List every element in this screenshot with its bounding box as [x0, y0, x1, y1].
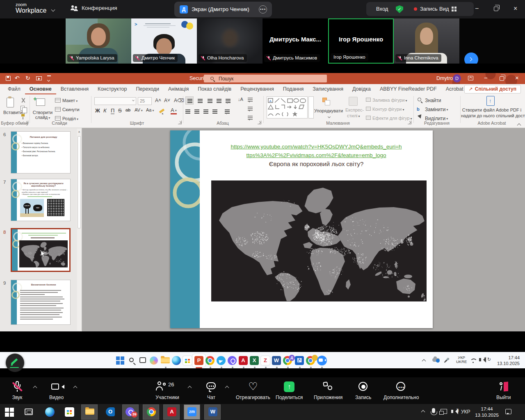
align-right-icon[interactable] — [203, 110, 208, 110]
new-slide-icon[interactable] — [36, 98, 45, 106]
excel-icon[interactable]: X — [250, 356, 259, 365]
chat-options-chevron[interactable] — [225, 386, 229, 390]
taskbar-search-icon[interactable] — [129, 358, 134, 362]
participant-tile[interactable]: > Дмитро Ченчик — [131, 18, 197, 64]
drawing-dialog-launcher[interactable] — [408, 121, 411, 124]
minimize-button[interactable]: − — [475, 5, 479, 12]
onedrive-icon[interactable] — [432, 358, 440, 362]
language-indicator[interactable]: УКР — [461, 409, 470, 415]
quick-styles-button[interactable]: Експрес- — [345, 107, 364, 112]
restore-button[interactable] — [494, 7, 498, 11]
participant-tile-active-speaker[interactable]: Ігор Ярошенко Ігор Ярошенко — [328, 18, 394, 64]
tab-transitions[interactable]: Переходи — [131, 84, 164, 94]
ppt-close-button[interactable]: × — [515, 74, 519, 81]
grow-font-button[interactable]: A˄ — [155, 98, 161, 103]
redo-icon[interactable]: ↻ — [25, 75, 30, 81]
numbering-icon[interactable] — [198, 99, 203, 100]
font-name-combo[interactable] — [94, 97, 136, 105]
start-button[interactable] — [5, 408, 14, 417]
tab-view[interactable]: Подання — [278, 84, 308, 94]
shapes-gallery[interactable]: A — [267, 96, 308, 119]
zoom-app-icon[interactable] — [317, 356, 327, 365]
more-button[interactable]: ••• Дополнительно — [383, 381, 419, 400]
participants-button[interactable]: 26 Участники — [155, 381, 180, 400]
tab-home[interactable]: Основне — [25, 84, 56, 94]
thumbnail-slide-9[interactable]: Визначення безпеки — [11, 280, 71, 325]
paste-icon[interactable] — [7, 98, 14, 107]
view-button[interactable]: Вид — [439, 6, 449, 12]
wifi-icon[interactable] — [470, 358, 476, 363]
sort-icon[interactable]: ↓A — [238, 97, 243, 102]
thumbnail-slide-6[interactable]: Питання для розгляду • Визначення термін… — [11, 131, 71, 173]
record-button[interactable]: Запись — [355, 381, 371, 400]
copy-icon[interactable] — [21, 106, 25, 111]
security-shield-icon[interactable]: ✓ — [396, 5, 403, 13]
replace-button[interactable]: Замінити — [425, 107, 448, 112]
shape-effects-button[interactable]: Ефекти для фігур — [372, 116, 412, 121]
layout-button[interactable]: Макет — [62, 98, 78, 103]
scrollbar-thumb[interactable] — [78, 136, 81, 228]
speaker-icon[interactable] — [451, 410, 453, 413]
participant-tile[interactable]: Olha Honcharova — [197, 18, 262, 64]
mic-tray-icon[interactable] — [432, 408, 435, 413]
powerpoint-icon[interactable]: P — [194, 356, 203, 365]
cut-icon[interactable] — [21, 98, 26, 103]
reset-button[interactable]: Скинути — [62, 107, 80, 112]
clock[interactable]: 17:4413.10.2025 — [472, 406, 501, 418]
zoom-app-icon[interactable]: zm — [187, 407, 196, 416]
save-icon[interactable] — [6, 76, 11, 81]
underline-button[interactable]: П — [111, 107, 114, 114]
ppt-restore-button[interactable] — [500, 76, 504, 81]
font-size-combo[interactable]: 25 — [138, 97, 152, 105]
slide-thumbnail-panel[interactable]: 6 Питання для розгляду • Визначення терм… — [0, 128, 82, 331]
tray-expand-icon[interactable] — [421, 410, 425, 414]
text-direction-icon[interactable] — [248, 98, 253, 98]
workspace-chevron-icon[interactable] — [51, 8, 55, 12]
quick-styles-button-2[interactable]: стилі — [347, 113, 360, 118]
leave-button[interactable]: Выйти — [496, 381, 511, 400]
shapes-scroll[interactable] — [308, 96, 314, 119]
font-color-button[interactable]: A — [171, 107, 177, 114]
copilot-icon[interactable] — [150, 356, 158, 365]
chat-button[interactable]: Чат — [205, 381, 217, 400]
participant-tile[interactable]: Дмитрусь Макс... Дмитрусь Максимов — [262, 18, 328, 64]
align-left-icon[interactable] — [185, 110, 190, 110]
share-screen-button[interactable]: ↑ Поделиться — [276, 381, 303, 400]
word-icon[interactable]: W — [272, 356, 281, 365]
tab-review[interactable]: Рецензування — [236, 84, 278, 94]
increase-indent-icon[interactable] — [217, 99, 221, 100]
chrome-icon[interactable] — [205, 356, 215, 365]
tab-recording[interactable]: Записування — [308, 84, 348, 94]
strikethrough-button[interactable]: S — [118, 107, 122, 114]
thumbnail-slide-8-selected[interactable] — [11, 228, 71, 272]
file-explorer-icon[interactable] — [85, 409, 94, 415]
find-button[interactable]: Знайти — [425, 98, 441, 103]
acrobat-action-line2[interactable]: надати до нього спільний доступ — [461, 113, 523, 118]
account-avatar[interactable]: D — [453, 74, 461, 82]
tab-options-icon[interactable]: ••• — [259, 5, 267, 14]
paragraph-dialog-launcher[interactable] — [258, 121, 261, 124]
ppt-minimize-button[interactable]: − — [484, 74, 488, 81]
participants-options-chevron[interactable] — [188, 386, 192, 390]
apps-button[interactable]: Приложения — [314, 381, 342, 400]
arrange-button[interactable]: Упорядкувати — [314, 108, 343, 113]
smartart-convert-icon[interactable] — [248, 116, 253, 116]
microsoft-store-icon[interactable] — [183, 356, 192, 365]
shape-outline-button[interactable]: Контур фігури — [372, 107, 404, 112]
thumbnail-slide-7[interactable]: Як в сучасних умовах досліджувати європе… — [11, 179, 71, 221]
video-button[interactable]: Видео — [49, 381, 64, 400]
columns-icon[interactable] — [225, 110, 230, 110]
audio-button[interactable]: Звук — [11, 381, 23, 400]
format-painter-icon[interactable] — [21, 114, 25, 119]
undo-icon[interactable]: ↶ — [15, 75, 20, 81]
tab-abbyy[interactable]: ABBYY FineReader PDF — [375, 84, 441, 94]
viber-icon[interactable] — [228, 356, 237, 365]
edge-icon[interactable] — [45, 407, 55, 417]
participant-tile[interactable]: Inna Chernikova — [394, 18, 459, 64]
video-options-chevron[interactable] — [73, 386, 78, 390]
share-document-button[interactable]: ↗Спільний доступ — [464, 85, 521, 94]
italic-button[interactable]: К — [103, 107, 107, 114]
react-button[interactable]: ♡ Отреагировать — [236, 381, 270, 400]
task-view-icon[interactable] — [139, 357, 146, 363]
microsoft-store-icon[interactable] — [65, 407, 74, 417]
